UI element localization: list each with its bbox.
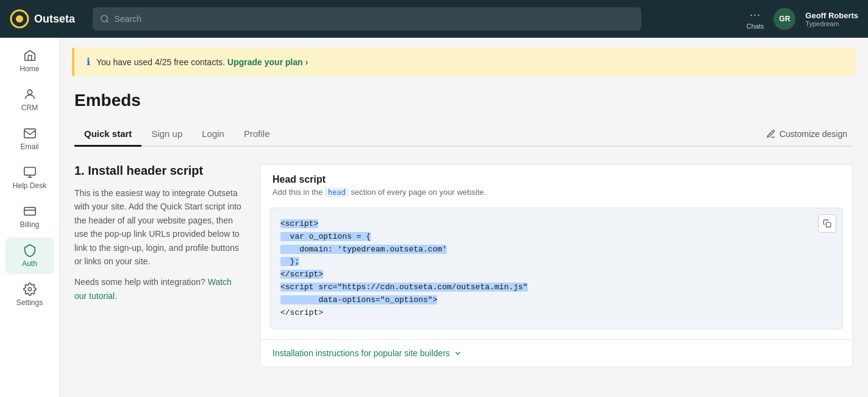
svg-rect-10 bbox=[826, 222, 831, 227]
svg-rect-5 bbox=[24, 129, 35, 138]
section-description: This is the easiest way to integrate Out… bbox=[74, 186, 245, 268]
topnav: Outseta ··· Chats GR Geoff Roberts Typed… bbox=[0, 0, 868, 38]
avatar[interactable]: GR bbox=[774, 8, 795, 30]
search-icon bbox=[100, 14, 110, 24]
copy-button[interactable] bbox=[818, 214, 836, 233]
code-block: <script> var o_options = { domain: 'type… bbox=[280, 218, 833, 319]
sidebar-item-settings[interactable]: Settings bbox=[5, 276, 54, 313]
code-card: Head script Add this in the head section… bbox=[260, 164, 853, 367]
chat-icon: ··· bbox=[750, 9, 761, 21]
right-column: Head script Add this in the head section… bbox=[260, 164, 853, 367]
code-card-header: Head script Add this in the head section… bbox=[260, 164, 853, 202]
svg-rect-7 bbox=[24, 208, 35, 216]
pen-icon bbox=[766, 129, 776, 139]
tab-login[interactable]: Login bbox=[192, 122, 234, 147]
tab-profile[interactable]: Profile bbox=[234, 122, 280, 147]
page-content: Embeds Quick start Sign up Login Profile… bbox=[60, 76, 868, 382]
email-icon bbox=[23, 127, 37, 140]
crm-icon bbox=[23, 88, 37, 101]
main-layout: Home CRM Email Help Desk bbox=[0, 38, 868, 397]
info-icon: ℹ bbox=[87, 56, 90, 68]
logo[interactable]: Outseta bbox=[10, 9, 83, 29]
sidebar-item-billing[interactable]: Billing bbox=[5, 198, 54, 235]
svg-point-2 bbox=[101, 15, 107, 21]
two-col-layout: 1. Install header script This is the eas… bbox=[74, 164, 853, 367]
search-input[interactable] bbox=[115, 14, 634, 24]
customize-design-button[interactable]: Customize design bbox=[760, 125, 853, 142]
sidebar-item-auth[interactable]: Auth bbox=[5, 237, 54, 274]
nav-right: ··· Chats GR Geoff Roberts Typedream bbox=[747, 8, 858, 30]
svg-point-1 bbox=[16, 15, 23, 23]
settings-icon bbox=[23, 283, 37, 296]
auth-icon bbox=[23, 244, 37, 257]
sidebar-item-home[interactable]: Home bbox=[5, 43, 54, 79]
code-card-title: Head script bbox=[272, 174, 841, 185]
tab-signup[interactable]: Sign up bbox=[141, 122, 192, 147]
svg-rect-6 bbox=[24, 167, 35, 175]
sidebar-item-helpdesk[interactable]: Help Desk bbox=[5, 160, 54, 196]
chats-button[interactable]: ··· Chats bbox=[747, 9, 764, 30]
home-icon bbox=[23, 49, 37, 62]
section-title: 1. Install header script bbox=[74, 164, 245, 178]
upgrade-link[interactable]: Upgrade your plan › bbox=[227, 57, 308, 67]
upgrade-banner: ℹ You have used 4/25 free contacts. Upgr… bbox=[72, 47, 856, 76]
helpdesk-icon bbox=[23, 166, 37, 179]
search-bar[interactable] bbox=[93, 7, 641, 30]
page-title: Embeds bbox=[74, 91, 853, 110]
svg-point-4 bbox=[27, 90, 32, 94]
sidebar-item-email[interactable]: Email bbox=[5, 121, 54, 157]
billing-icon bbox=[23, 205, 37, 218]
head-code-tag: head bbox=[325, 188, 349, 197]
code-block-wrapper: <script> var o_options = { domain: 'type… bbox=[270, 208, 843, 329]
sidebar-item-crm[interactable]: CRM bbox=[5, 82, 54, 118]
code-card-footer: Installation instructions for popular si… bbox=[260, 339, 853, 367]
user-info: Geoff Roberts Typedream bbox=[805, 11, 858, 27]
copy-icon bbox=[823, 219, 831, 228]
left-column: 1. Install header script This is the eas… bbox=[74, 164, 245, 310]
sidebar: Home CRM Email Help Desk bbox=[0, 38, 60, 397]
tutorial-text: Needs some help with integration? Watch … bbox=[74, 275, 245, 303]
code-card-subtitle: Add this in the head section of every pa… bbox=[272, 188, 841, 197]
svg-point-9 bbox=[28, 287, 32, 291]
install-instructions-link[interactable]: Installation instructions for popular si… bbox=[272, 348, 841, 358]
svg-line-3 bbox=[107, 21, 108, 23]
tab-quickstart[interactable]: Quick start bbox=[74, 122, 141, 147]
banner-text: You have used 4/25 free contacts. Upgrad… bbox=[96, 57, 308, 67]
content: ℹ You have used 4/25 free contacts. Upgr… bbox=[60, 38, 868, 397]
tabs: Quick start Sign up Login Profile Custom… bbox=[74, 122, 853, 147]
chevron-down-icon bbox=[454, 349, 462, 357]
